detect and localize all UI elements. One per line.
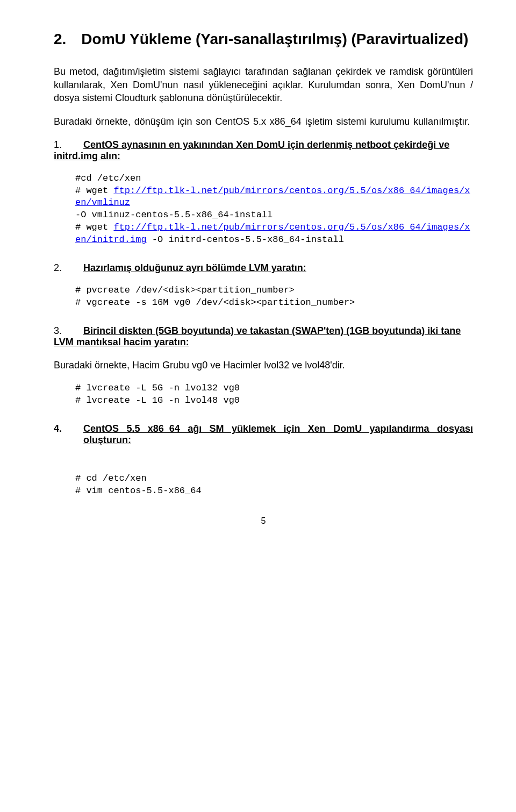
step-3-heading: 3.Birincil diskten (5GB boyutunda) ve ta… bbox=[54, 325, 473, 348]
code-line: -O initrd-centos-5.5-x86_64-install bbox=[147, 234, 344, 245]
step-2-heading: 2.Hazırlamış olduğunuz ayrı bölümde LVM … bbox=[54, 262, 473, 274]
code-block-2: # pvcreate /dev/<disk><partition_number>… bbox=[75, 284, 473, 309]
code-line: # wget bbox=[75, 222, 113, 232]
step-number: 1. bbox=[54, 139, 83, 151]
body-paragraph: Buradaki örnekte, Hacim Grubu vg0 ve Hac… bbox=[54, 359, 473, 372]
document-page: 2. DomU Yükleme (Yarı-sanallaştırılmış) … bbox=[0, 0, 516, 542]
code-line: #cd /etc/xen bbox=[75, 173, 141, 183]
step-title: Birincil diskten (5GB boyutunda) ve taka… bbox=[54, 325, 461, 347]
step-title: CentOS aynasının en yakınından Xen DomU … bbox=[54, 139, 449, 161]
code-line: -O vmlinuz-centos-5.5-x86_64-install bbox=[75, 210, 273, 220]
code-block-4: # cd /etc/xen # vim centos-5.5-x86_64 bbox=[75, 473, 473, 497]
step-title: CentOS 5.5 x86_64 ağı SM yüklemek için X… bbox=[83, 423, 473, 446]
page-number: 5 bbox=[54, 516, 473, 526]
intro-paragraph-1: Bu metod, dağıtım/işletim sistemi sağlay… bbox=[54, 65, 473, 104]
intro-paragraph-2: Buradaki örnekte, dönüşüm için son CentO… bbox=[54, 115, 473, 128]
code-block-3: # lvcreate -L 5G -n lvol32 vg0 # lvcreat… bbox=[75, 382, 473, 407]
step-number: 4. bbox=[54, 423, 83, 435]
ftp-link-vmlinuz[interactable]: ftp://ftp.tlk-l.net/pub/mirrors/centos.o… bbox=[75, 186, 470, 208]
step-4-heading: 4. CentOS 5.5 x86_64 ağı SM yüklemek içi… bbox=[54, 423, 473, 446]
step-number: 3. bbox=[54, 325, 83, 337]
page-title: 2. DomU Yükleme (Yarı-sanallaştırılmış) … bbox=[54, 30, 473, 49]
step-number: 2. bbox=[54, 262, 83, 274]
step-1-heading: 1.CentOS aynasının en yakınından Xen Dom… bbox=[54, 139, 473, 162]
code-line: # wget bbox=[75, 186, 113, 196]
code-block-1: #cd /etc/xen # wget ftp://ftp.tlk-l.net/… bbox=[75, 173, 473, 247]
step-title: Hazırlamış olduğunuz ayrı bölümde LVM ya… bbox=[83, 262, 306, 273]
